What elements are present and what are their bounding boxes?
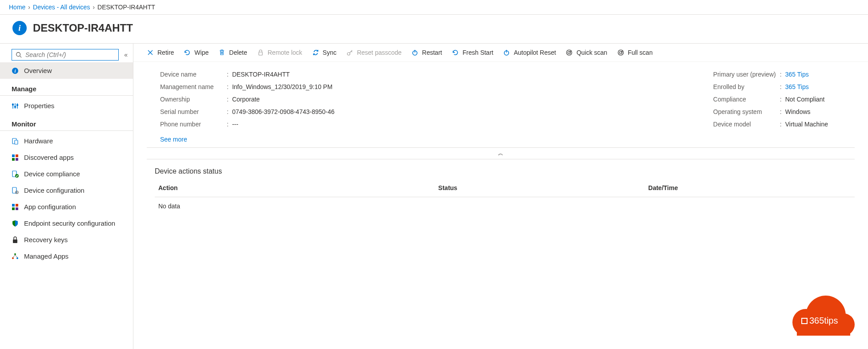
svg-rect-11	[15, 140, 18, 144]
info-icon: i	[12, 21, 27, 35]
serial-label: Serial number	[160, 108, 227, 115]
breadcrumb: Home › Devices - All devices › DESKTOP-I…	[0, 0, 868, 15]
radar-icon	[617, 49, 624, 56]
sidebar-item-device-configuration[interactable]: Device configuration	[0, 182, 133, 199]
svg-line-30	[15, 255, 17, 257]
sidebar-item-endpoint-security[interactable]: Endpoint security configuration	[0, 215, 133, 231]
breadcrumb-devices[interactable]: Devices - All devices	[33, 4, 90, 11]
sidebar-item-app-configuration[interactable]: App configuration	[0, 199, 133, 215]
management-name-label: Management name	[160, 83, 227, 90]
primary-user-link[interactable]: 365 Tips	[785, 71, 809, 78]
svg-line-1	[20, 56, 22, 58]
column-status[interactable]: Status	[435, 179, 645, 197]
search-icon	[16, 52, 22, 58]
sidebar-item-label: Managed Apps	[24, 252, 68, 260]
svg-rect-25	[13, 239, 17, 243]
power-icon	[411, 49, 418, 56]
phone-label: Phone number	[160, 121, 227, 128]
sidebar: « i Overview Manage Properties Monitor H…	[0, 44, 133, 349]
sidebar-item-device-compliance[interactable]: Device compliance	[0, 166, 133, 182]
enrolled-by-link[interactable]: 365 Tips	[785, 83, 809, 90]
svg-rect-24	[16, 207, 18, 210]
breadcrumb-current: DESKTOP-IR4AHTT	[97, 4, 155, 11]
key-icon	[346, 49, 354, 56]
toolbar: Retire Wipe Delete Remote lock Sync Rese…	[133, 44, 868, 62]
sidebar-item-properties[interactable]: Properties	[0, 97, 133, 114]
breadcrumb-home[interactable]: Home	[9, 4, 25, 11]
compliance-value: Not Compliant	[785, 96, 825, 103]
os-label: Operating system	[713, 108, 780, 115]
svg-point-26	[14, 253, 16, 255]
remote-lock-button: Remote lock	[257, 49, 302, 56]
column-date[interactable]: Date/Time	[645, 179, 855, 197]
svg-point-20	[16, 192, 17, 193]
wipe-button[interactable]: Wipe	[184, 49, 209, 56]
svg-rect-22	[16, 204, 18, 207]
sidebar-item-recovery-keys[interactable]: Recovery keys	[0, 231, 133, 248]
x-icon	[147, 49, 154, 56]
apps-icon	[12, 154, 19, 161]
sidebar-item-label: Overview	[24, 67, 52, 74]
svg-rect-21	[12, 204, 15, 207]
model-label: Device model	[713, 121, 780, 128]
svg-point-27	[12, 257, 14, 259]
lock-icon	[12, 236, 19, 243]
undo-icon	[184, 49, 191, 56]
quick-scan-button[interactable]: Quick scan	[566, 49, 607, 56]
see-more-link[interactable]: See more	[160, 136, 187, 143]
network-icon	[12, 253, 19, 260]
collapse-sidebar-button[interactable]: «	[122, 49, 129, 60]
device-gear-icon	[12, 187, 19, 194]
phone-value: ---	[232, 121, 238, 128]
chevron-right-icon: ›	[28, 4, 30, 11]
model-value: Virtual Machine	[785, 121, 828, 128]
sidebar-item-label: Device configuration	[24, 187, 84, 194]
sidebar-item-label: Discovered apps	[24, 154, 74, 161]
logo-badge: 365tips	[788, 296, 855, 336]
os-value: Windows	[785, 108, 811, 115]
chevron-up-icon: ︽	[498, 150, 503, 156]
radar-icon	[566, 49, 573, 56]
svg-line-29	[13, 255, 15, 257]
sidebar-section-manage: Manage	[0, 79, 133, 96]
svg-rect-15	[16, 158, 18, 161]
full-scan-button[interactable]: Full scan	[617, 49, 653, 56]
svg-rect-14	[12, 158, 15, 161]
reset-passcode-button: Reset passcode	[346, 49, 402, 56]
svg-rect-23	[12, 207, 15, 210]
search-box[interactable]	[12, 49, 119, 61]
device-check-icon	[12, 170, 19, 178]
svg-point-28	[16, 257, 18, 259]
power-icon	[503, 49, 510, 56]
sidebar-item-managed-apps[interactable]: Managed Apps	[0, 248, 133, 264]
sidebar-item-label: App configuration	[24, 203, 76, 211]
restart-button[interactable]: Restart	[411, 49, 442, 56]
svg-point-9	[17, 104, 18, 106]
svg-rect-33	[259, 52, 262, 55]
search-input[interactable]	[25, 51, 115, 58]
device-name-value: DESKTOP-IR4AHTT	[232, 71, 290, 78]
trash-icon	[218, 49, 225, 56]
sidebar-item-hardware[interactable]: Hardware	[0, 133, 133, 149]
fresh-start-button[interactable]: Fresh Start	[452, 49, 493, 56]
sidebar-item-discovered-apps[interactable]: Discovered apps	[0, 149, 133, 166]
serial-value: 0749-3806-3972-0908-4743-8950-46	[232, 108, 334, 115]
collapse-details-button[interactable]: ︽	[147, 147, 855, 159]
retire-button[interactable]: Retire	[147, 49, 174, 56]
svg-rect-12	[12, 154, 15, 157]
sync-icon	[312, 49, 319, 56]
column-action[interactable]: Action	[155, 179, 435, 197]
sidebar-item-overview[interactable]: i Overview	[0, 62, 133, 79]
sidebar-item-label: Recovery keys	[24, 236, 68, 243]
sidebar-item-label: Device compliance	[24, 170, 80, 178]
lock-icon	[257, 49, 264, 56]
sync-button[interactable]: Sync	[312, 49, 337, 56]
shield-icon	[12, 220, 19, 227]
autopilot-reset-button[interactable]: Autopilot Reset	[503, 49, 556, 56]
no-data-cell: No data	[155, 197, 435, 215]
management-name-value: Info_Windows_12/30/2019_9:10 PM	[232, 83, 333, 90]
chevron-right-icon: ›	[92, 4, 95, 11]
delete-button[interactable]: Delete	[218, 49, 247, 56]
sidebar-item-label: Hardware	[24, 137, 53, 145]
sidebar-item-label: Properties	[24, 102, 54, 110]
